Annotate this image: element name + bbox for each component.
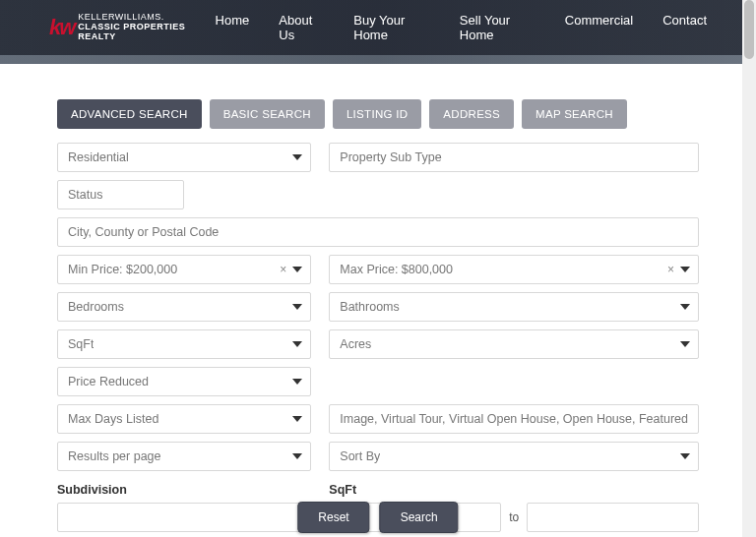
- search-panel: ADVANCED SEARCH BASIC SEARCH LISTING ID …: [0, 64, 756, 537]
- price-reduced-select[interactable]: Price Reduced: [57, 367, 311, 396]
- logo-text: KELLERWILLIAMS. CLASSIC PROPERTIES REALT…: [78, 13, 215, 42]
- chevron-down-icon: [680, 453, 690, 459]
- location-input[interactable]: City, County or Postal Code: [57, 217, 699, 247]
- search-tabs: ADVANCED SEARCH BASIC SEARCH LISTING ID …: [57, 99, 699, 129]
- bedrooms-select[interactable]: Bedrooms: [57, 292, 311, 322]
- nav-sell[interactable]: Sell Your Home: [460, 13, 536, 42]
- chevron-down-icon: [292, 154, 302, 160]
- max-days-listed-select[interactable]: Max Days Listed: [57, 404, 311, 434]
- chevron-down-icon: [292, 416, 302, 422]
- scrollbar-thumb[interactable]: [744, 0, 754, 59]
- status-select[interactable]: Status: [57, 180, 184, 209]
- bathrooms-select[interactable]: Bathrooms: [329, 292, 699, 322]
- nav-commercial[interactable]: Commercial: [565, 13, 633, 42]
- subdivision-input[interactable]: [57, 503, 311, 532]
- form-actions: Reset Search: [297, 502, 458, 533]
- search-form: Residential Property Sub Type Status Cit…: [57, 143, 699, 537]
- sqft-max-input[interactable]: [527, 503, 699, 532]
- sort-by-select[interactable]: Sort By: [329, 442, 699, 471]
- chevron-down-icon: [680, 304, 690, 310]
- subdivision-label: Subdivision: [57, 483, 311, 497]
- chevron-down-icon: [292, 304, 302, 310]
- nav-contact[interactable]: Contact: [662, 13, 707, 42]
- clear-icon[interactable]: ×: [667, 263, 674, 276]
- subdivision-group: Subdivision: [57, 479, 311, 532]
- sqft-select[interactable]: SqFt: [57, 329, 311, 359]
- site-header: kw KELLERWILLIAMS. CLASSIC PROPERTIES RE…: [0, 0, 756, 55]
- nav-buy[interactable]: Buy Your Home: [353, 13, 430, 42]
- clear-icon[interactable]: ×: [280, 263, 286, 276]
- range-to-text: to: [509, 510, 519, 524]
- property-sub-type-select[interactable]: Property Sub Type: [329, 143, 699, 172]
- tab-advanced-search[interactable]: ADVANCED SEARCH: [57, 99, 202, 129]
- tab-listing-id[interactable]: LISTING ID: [333, 99, 421, 129]
- chevron-down-icon: [292, 379, 302, 385]
- chevron-down-icon: [292, 341, 302, 347]
- sqft-range-label: SqFt: [329, 483, 699, 497]
- main-nav: Home About Us Buy Your Home Sell Your Ho…: [216, 13, 707, 42]
- logo[interactable]: kw KELLERWILLIAMS. CLASSIC PROPERTIES RE…: [49, 13, 216, 42]
- nav-home[interactable]: Home: [216, 13, 250, 42]
- search-button[interactable]: Search: [380, 502, 459, 533]
- max-price-select[interactable]: Max Price: $800,000 ×: [329, 255, 699, 284]
- results-per-page-select[interactable]: Results per page: [57, 442, 311, 471]
- tab-address[interactable]: ADDRESS: [429, 99, 514, 129]
- property-type-select[interactable]: Residential: [57, 143, 311, 172]
- acres-select[interactable]: Acres: [329, 329, 699, 359]
- vertical-scrollbar[interactable]: [742, 0, 756, 537]
- chevron-down-icon: [680, 267, 690, 272]
- chevron-down-icon: [680, 341, 690, 347]
- min-price-select[interactable]: Min Price: $200,000 ×: [57, 255, 311, 284]
- hero-strip: [0, 55, 756, 64]
- chevron-down-icon: [292, 453, 302, 459]
- chevron-down-icon: [292, 267, 302, 272]
- reset-button[interactable]: Reset: [297, 502, 369, 533]
- tab-basic-search[interactable]: BASIC SEARCH: [210, 99, 325, 129]
- logo-mark: kw: [49, 15, 74, 40]
- tab-map-search[interactable]: MAP SEARCH: [522, 99, 627, 129]
- display-options-select[interactable]: Image, Virtual Tour, Virtual Open House,…: [329, 404, 699, 434]
- nav-about[interactable]: About Us: [279, 13, 324, 42]
